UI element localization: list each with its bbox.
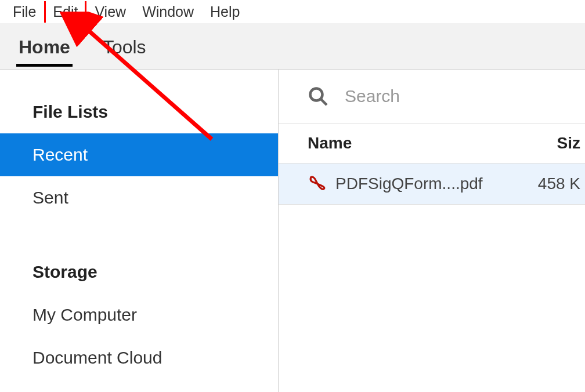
sidebar-item-document-cloud[interactable]: Document Cloud: [0, 336, 278, 379]
menu-file[interactable]: File: [5, 1, 44, 23]
pdf-icon: [308, 174, 335, 194]
menu-view[interactable]: View: [86, 1, 134, 23]
main-area: File Lists Recent Sent Storage My Comput…: [0, 70, 585, 392]
sidebar: File Lists Recent Sent Storage My Comput…: [0, 70, 279, 392]
svg-point-0: [310, 89, 323, 101]
menu-edit[interactable]: Edit: [44, 1, 86, 23]
menubar: File Edit View Window Help: [0, 0, 585, 23]
table-header: Name Siz: [279, 124, 585, 164]
column-header-size[interactable]: Siz: [533, 134, 585, 153]
content-area: Name Siz PDFSigQForm....pdf 458 K: [279, 70, 585, 392]
menu-help[interactable]: Help: [202, 1, 248, 23]
column-header-name[interactable]: Name: [308, 134, 533, 153]
sidebar-heading-file-lists: File Lists: [0, 90, 278, 133]
search-row: [279, 70, 585, 124]
tab-tools[interactable]: Tools: [100, 26, 149, 66]
sidebar-item-sent[interactable]: Sent: [0, 176, 278, 219]
svg-line-1: [321, 99, 327, 105]
sidebar-item-my-computer[interactable]: My Computer: [0, 293, 278, 336]
sidebar-item-recent[interactable]: Recent: [0, 133, 278, 176]
tab-home[interactable]: Home: [16, 26, 73, 66]
search-icon: [308, 86, 328, 107]
menu-window[interactable]: Window: [134, 1, 202, 23]
sidebar-heading-storage: Storage: [0, 251, 278, 293]
tab-bar: Home Tools: [0, 23, 585, 70]
file-size: 458 K: [533, 175, 585, 193]
table-row[interactable]: PDFSigQForm....pdf 458 K: [279, 164, 585, 205]
file-name: PDFSigQForm....pdf: [335, 175, 533, 193]
search-input[interactable]: [345, 86, 585, 106]
